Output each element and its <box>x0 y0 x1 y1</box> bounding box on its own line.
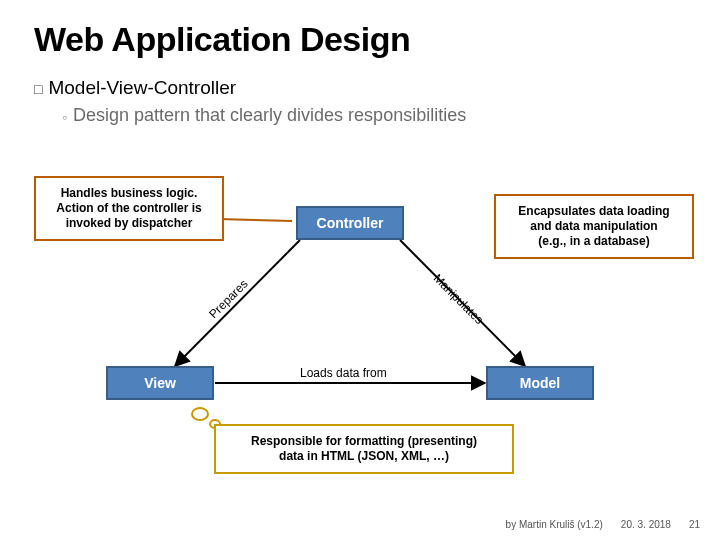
svg-line-0 <box>175 240 300 366</box>
svg-line-9 <box>545 296 562 321</box>
node-model: Model <box>486 366 594 400</box>
footer-author: by Martin Kruliš (v1.2) <box>506 519 603 530</box>
node-view: View <box>106 366 214 400</box>
callout-view: Responsible for formatting (presenting) … <box>214 424 514 474</box>
node-controller: Controller <box>296 206 404 240</box>
bullet-diamond-icon: ◦ <box>62 105 67 129</box>
callout-model: Encapsulates data loading and data manip… <box>494 194 694 259</box>
edge-manipulates: Manipulates <box>431 271 487 327</box>
bullet-level2: ◦ Design pattern that clearly divides re… <box>62 105 686 129</box>
svg-point-10 <box>192 408 208 420</box>
callout-controller: Handles business logic. Action of the co… <box>34 176 224 241</box>
edge-prepares: Prepares <box>206 277 250 321</box>
bullet2-text: Design pattern that clearly divides resp… <box>73 105 466 129</box>
edge-loads: Loads data from <box>300 366 387 380</box>
slide-footer: by Martin Kruliš (v1.2) 20. 3. 2018 21 <box>506 519 700 530</box>
footer-page: 21 <box>689 519 700 530</box>
bullet-square-icon: □ <box>34 77 42 101</box>
slide-title: Web Application Design <box>34 20 686 59</box>
mvc-diagram: Handles business logic. Action of the co… <box>0 176 720 466</box>
bullet-level1: □ Model-View-Controller <box>34 77 686 101</box>
bullet1-text: Model-View-Controller <box>48 77 236 101</box>
footer-date: 20. 3. 2018 <box>621 519 671 530</box>
